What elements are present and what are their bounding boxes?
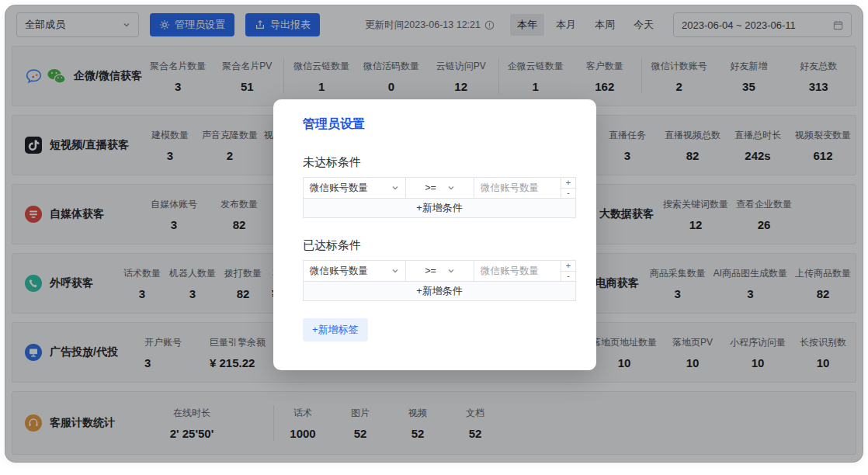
condition-value-input[interactable] — [474, 182, 561, 193]
operator-select[interactable]: >= — [406, 178, 474, 198]
condition-value-wrap — [474, 261, 561, 281]
admin-settings-modal: 管理员设置 未达标条件 微信账号数量 >= + - — [273, 99, 596, 370]
condition-value-wrap — [474, 178, 561, 198]
add-condition-button[interactable]: +新增条件 — [304, 282, 575, 300]
section-heading-unmet: 未达标条件 — [303, 155, 576, 169]
condition-row: 微信账号数量 >= + - — [304, 261, 575, 282]
stepper-plus-button[interactable]: + — [561, 261, 575, 272]
operator-select-value: >= — [425, 265, 436, 276]
section-heading-met: 已达标条件 — [303, 238, 576, 252]
operator-select-value: >= — [425, 182, 436, 193]
metric-select-value: 微信账号数量 — [310, 182, 368, 195]
condition-value-input[interactable] — [474, 265, 561, 276]
stepper-plus-button[interactable]: + — [561, 178, 575, 189]
chevron-down-icon — [447, 267, 455, 275]
metric-select-value: 微信账号数量 — [310, 265, 368, 278]
stepper: + - — [561, 178, 575, 198]
chevron-down-icon — [391, 184, 399, 192]
operator-select[interactable]: >= — [406, 261, 474, 281]
add-tag-button[interactable]: +新增标签 — [303, 318, 368, 342]
stepper: + - — [561, 261, 575, 281]
stepper-minus-button[interactable]: - — [561, 272, 575, 282]
metric-select[interactable]: 微信账号数量 — [304, 178, 406, 198]
add-condition-button[interactable]: +新增条件 — [304, 199, 575, 217]
chevron-down-icon — [391, 267, 399, 275]
modal-title: 管理员设置 — [303, 116, 576, 132]
condition-row: 微信账号数量 >= + - — [304, 178, 575, 199]
metric-select[interactable]: 微信账号数量 — [304, 261, 406, 281]
chevron-down-icon — [447, 184, 455, 192]
condition-table-met: 微信账号数量 >= + - +新增条件 — [303, 260, 576, 301]
condition-table-unmet: 微信账号数量 >= + - +新增条件 — [303, 177, 576, 218]
stepper-minus-button[interactable]: - — [561, 189, 575, 199]
app-window: 全部成员 管理员设置 导出报表 更新时间2023-06-13 12:21 本年本… — [0, 0, 868, 475]
